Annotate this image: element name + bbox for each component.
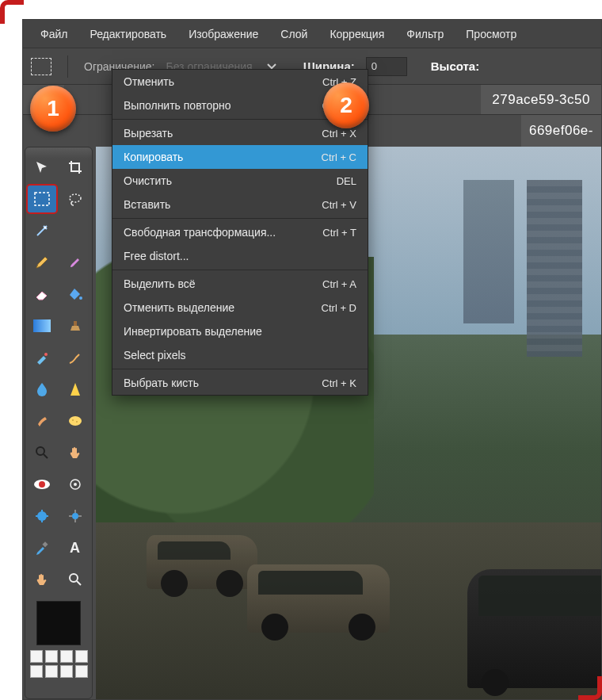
menu-item-free-distort[interactable]: Free distort... [112,244,368,268]
menu-filter[interactable]: Фильтр [395,20,455,48]
tool-zoom[interactable] [61,566,90,593]
tool-marquee[interactable] [28,186,56,212]
menu-item-label: Свободная трансформация... [124,226,276,239]
menu-item-label: Отменить выделение [124,301,234,314]
tab-filename-1[interactable]: 279ace59-3c50 [481,85,601,114]
menu-item-select-pixels[interactable]: Select pixels [112,343,368,367]
tool-move[interactable] [28,154,56,181]
menu-item-label: Выполнить повторно [124,99,231,112]
svg-point-9 [76,421,78,423]
tool-sharpen[interactable] [61,376,90,403]
callout-badge-2: 2 [323,82,369,128]
svg-point-1 [70,194,81,202]
app-window: Файл Редактировать Изображение Слой Корр… [22,19,602,700]
menu-item-label: Копировать [124,151,183,163]
svg-point-7 [69,416,82,426]
menu-item-pick-brush[interactable]: Выбрать кистьCtrl + K [112,371,368,395]
swatch-cell[interactable] [60,665,73,678]
swatch-palette [30,650,87,678]
svg-rect-17 [42,541,48,547]
menu-item-label: Выделить всё [124,277,196,290]
svg-point-19 [70,574,78,582]
tool-dodge[interactable] [28,439,56,466]
swatch-cell[interactable] [45,665,58,678]
color-swatch[interactable] [36,601,81,645]
tab-filename-2[interactable]: 669ef06e- [521,115,601,147]
swatch-cell[interactable] [60,650,73,663]
menu-item-label: Вставить [124,198,170,211]
menu-item-deselect[interactable]: Отменить выделениеCtrl + D [112,296,368,319]
svg-point-6 [44,353,48,356]
tool-spot[interactable] [61,471,90,498]
tutorial-frame-corner-br [578,676,602,700]
tool-type[interactable]: A [61,534,90,561]
tool-eyedropper[interactable] [28,534,56,561]
tool-clone[interactable] [61,312,90,339]
menu-item-label: Выбрать кисть [124,377,199,389]
menu-item-clear[interactable]: ОчиститьDEL [112,169,368,193]
menu-item-select-all[interactable]: Выделить всёCtrl + A [112,272,368,296]
tool-lasso[interactable] [61,186,90,212]
tool-hand[interactable] [28,566,56,593]
tool-pinch[interactable] [61,503,90,530]
svg-point-10 [36,447,44,455]
tool-eraser[interactable] [28,281,56,308]
tool-draw[interactable] [61,344,90,371]
menu-image[interactable]: Изображение [177,20,269,48]
menu-item-shortcut: Ctrl + T [322,227,356,239]
swatch-cell[interactable] [45,650,58,663]
menu-item-label: Free distort... [124,250,189,262]
menu-layer[interactable]: Слой [269,20,318,48]
tool-empty-1 [61,217,90,244]
menu-item-paste[interactable]: ВставитьCtrl + V [112,193,368,216]
menu-item-shortcut: Ctrl + X [322,128,356,140]
swatch-cell[interactable] [30,665,43,678]
height-label: Высота: [431,59,479,73]
tool-crop[interactable] [61,154,90,181]
tool-wand[interactable] [28,217,56,244]
menu-item-shortcut: Ctrl + K [322,377,356,389]
menu-item-shortcut: Ctrl + A [322,278,356,290]
swatch-cell[interactable] [75,665,88,678]
swatch-cell[interactable] [30,650,43,663]
svg-rect-4 [33,319,51,332]
menu-correction[interactable]: Коррекция [318,20,395,48]
menu-item-label: Вырезать [124,127,173,140]
tool-brush[interactable] [61,249,90,276]
toolbox: A [25,147,93,699]
menu-view[interactable]: Просмотр [455,20,528,48]
menu-item-label: Очистить [124,174,172,187]
svg-point-12 [39,481,45,488]
svg-point-3 [79,296,82,300]
tool-bucket[interactable] [61,281,90,308]
tool-smudge[interactable] [28,407,56,434]
swatch-cell[interactable] [75,650,88,663]
menu-edit[interactable]: Редактировать [78,20,177,48]
separator [67,55,68,78]
svg-point-2 [44,227,47,229]
menu-item-label: Отменить [124,75,174,88]
svg-text:A: A [70,540,80,556]
tool-hand2[interactable] [61,439,90,466]
menu-item-shortcut: Ctrl + V [322,199,356,211]
callout-badge-1: 1 [30,86,76,132]
tool-redeye[interactable] [28,471,56,498]
svg-point-16 [72,513,78,519]
menu-item-invert-selection[interactable]: Инвертировать выделение [112,319,368,343]
tool-bloat[interactable] [28,503,56,530]
tool-blur[interactable] [28,376,56,403]
menu-bar: Файл Редактировать Изображение Слой Корр… [23,20,601,48]
menu-item-label: Инвертировать выделение [124,325,262,338]
menu-file[interactable]: Файл [29,20,78,48]
menu-item-free-transform[interactable]: Свободная трансформация...Ctrl + T [112,220,368,244]
tool-sponge[interactable] [61,407,90,434]
menu-item-copy[interactable]: КопироватьCtrl + C [112,145,368,169]
menu-item-shortcut: Ctrl + D [322,302,356,314]
tool-pencil[interactable] [28,249,56,276]
tool-replace-color[interactable] [28,344,56,371]
menu-item-cut[interactable]: ВырезатьCtrl + X [112,121,368,145]
marquee-icon [31,58,51,75]
width-input[interactable] [366,57,407,76]
svg-point-14 [74,483,77,486]
tool-gradient[interactable] [28,312,56,339]
